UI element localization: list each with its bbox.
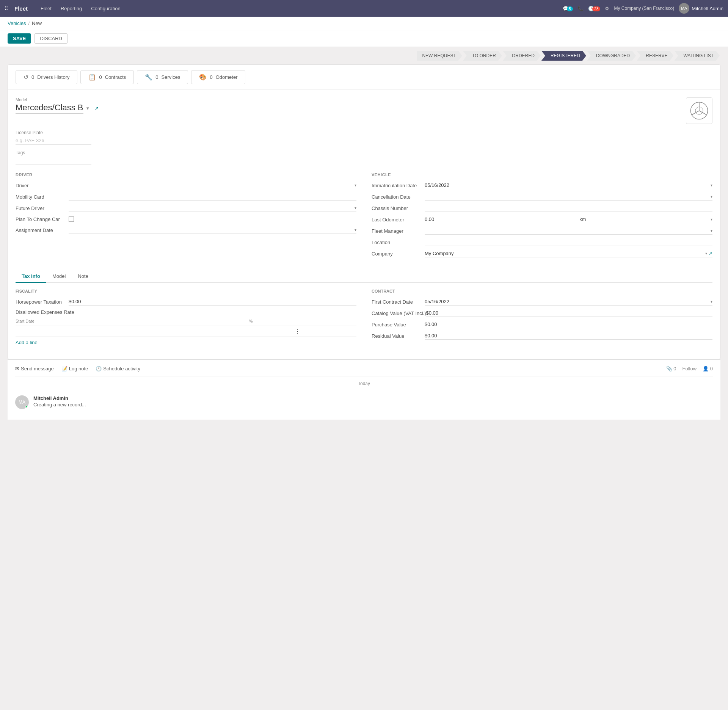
apps-menu-icon[interactable]: ⠿ [5, 6, 8, 11]
mobility-card-input[interactable] [69, 194, 356, 199]
odometer-unit-dropdown-icon[interactable]: ▾ [711, 217, 712, 221]
horsepower-label: Horsepower Taxation [16, 299, 69, 305]
tab-model[interactable]: Model [46, 270, 72, 283]
clock-icon[interactable]: 🕐 28 [588, 6, 601, 11]
step-registered[interactable]: REGISTERED [541, 51, 586, 61]
contracts-icon: 📋 [88, 74, 96, 81]
form-body: Model Mercedes/Class B ▾ ↗ [8, 90, 720, 359]
schedule-activity-button[interactable]: 🕐 Schedule activity [96, 366, 140, 371]
messages-icon[interactable]: 💬 5 [563, 6, 573, 11]
company-external-link-icon[interactable]: ↗ [709, 251, 712, 256]
chatter-actions: ✉ Send message 📝 Log note 🕐 Schedule act… [15, 366, 713, 376]
step-ordered[interactable]: ORDERED [503, 51, 541, 61]
residual-amount: $0.00 [425, 333, 437, 339]
last-odometer-label: Last Odometer [372, 217, 425, 223]
cancellation-input[interactable] [425, 194, 711, 199]
save-button[interactable]: SAVE [8, 33, 31, 44]
start-date-cell [16, 326, 249, 337]
last-odometer-field: Last Odometer km ▾ [372, 216, 712, 223]
drivers-history-icon: ↺ [24, 74, 28, 81]
tax-info-content: Fiscality Horsepower Taxation $0.00 Disa… [16, 283, 712, 351]
chassis-field: Chassis Number [372, 204, 712, 212]
assignment-date-input[interactable] [69, 227, 355, 233]
services-button[interactable]: 🔧 0 Services [137, 70, 188, 84]
contracts-count: 0 [99, 74, 102, 80]
residual-label: Residual Value [372, 333, 425, 339]
contract-section: Contract First Contract Date 05/16/2022 … [372, 289, 712, 345]
user-menu[interactable]: MA Mitchell Admin [679, 3, 723, 14]
step-waiting-list[interactable]: WAITING LIST [674, 51, 720, 61]
driver-input[interactable] [69, 182, 355, 188]
location-input[interactable] [425, 239, 712, 245]
follow-button[interactable]: Follow [682, 366, 697, 371]
company-field: Company My Company ▾ ↗ [372, 250, 712, 257]
catalog-amount: $0.00 [426, 310, 439, 316]
step-to-order[interactable]: TO ORDER [463, 51, 502, 61]
license-plate-input[interactable] [16, 136, 91, 145]
breadcrumb-vehicles[interactable]: Vehicles [8, 20, 26, 26]
schedule-activity-icon: 🕐 [96, 366, 102, 371]
col-percent: % [249, 319, 295, 326]
immatriculation-dropdown-icon: ▾ [711, 183, 712, 187]
nav-configuration[interactable]: Configuration [87, 4, 124, 13]
license-plate-label: License Plate [16, 130, 712, 135]
log-note-button[interactable]: 📝 Log note [61, 366, 88, 371]
car-logo [686, 97, 712, 124]
followers-count: 0 [710, 366, 713, 371]
tags-input[interactable] [16, 157, 91, 165]
future-driver-input[interactable] [69, 205, 355, 211]
status-steps: NEW REQUEST TO ORDER ORDERED REGISTERED … [417, 51, 720, 61]
purchase-label: Purchase Value [372, 322, 425, 328]
discard-button[interactable]: DISCARD [34, 33, 68, 44]
odometer-label: Odometer [216, 74, 238, 80]
add-line-button[interactable]: Add a line [16, 340, 38, 345]
last-odometer-input[interactable] [425, 216, 455, 222]
drivers-history-label: Drivers History [37, 74, 69, 80]
today-divider: Today [15, 376, 713, 391]
odometer-button[interactable]: 🎨 0 Odometer [191, 70, 245, 84]
log-note-icon: 📝 [61, 366, 67, 371]
step-downgraded[interactable]: DOWNGRADED [587, 51, 636, 61]
model-row: Model Mercedes/Class B ▾ ↗ [16, 97, 712, 124]
immatriculation-label: Immatriculation Date [372, 183, 425, 188]
message-text: Creating a new record... [33, 402, 713, 408]
first-contract-label: First Contract Date [372, 299, 425, 305]
col-actions [295, 319, 356, 326]
model-external-link-icon[interactable]: ↗ [94, 105, 99, 111]
fleet-manager-input[interactable] [425, 228, 711, 234]
catalog-value: $0.00 [426, 309, 712, 317]
tab-tax-info[interactable]: Tax Info [16, 270, 46, 283]
mobility-card-value [69, 193, 356, 201]
tags-field: Tags [16, 150, 712, 165]
messages-badge: 5 [567, 6, 573, 11]
drivers-history-count: 0 [31, 74, 34, 80]
followers-area: 👤 0 [703, 366, 713, 371]
step-reserve[interactable]: RESERVE [637, 51, 673, 61]
first-contract-date: 05/16/2022 [425, 299, 449, 304]
nav-fleet[interactable]: Fleet [37, 4, 55, 13]
horsepower-field: Horsepower Taxation $0.00 [16, 298, 356, 306]
company-name: My Company (San Francisco) [614, 6, 674, 11]
contracts-button[interactable]: 📋 0 Contracts [80, 70, 134, 84]
future-driver-label: Future Driver [16, 205, 69, 211]
location-field: Location [372, 238, 712, 246]
chassis-input[interactable] [425, 205, 712, 211]
drivers-history-button[interactable]: ↺ 0 Drivers History [16, 70, 77, 84]
cancellation-field: Cancellation Date ▾ [372, 193, 712, 201]
tab-note[interactable]: Note [72, 270, 94, 283]
top-nav-menu: Fleet Reporting Configuration [37, 4, 124, 13]
breadcrumb: Vehicles / New [0, 17, 728, 30]
phone-icon[interactable]: 📞 [577, 6, 584, 11]
plan-to-change-checkbox[interactable] [69, 216, 74, 222]
nav-reporting[interactable]: Reporting [57, 4, 86, 13]
step-new-request[interactable]: NEW REQUEST [417, 51, 462, 61]
odometer-count: 0 [210, 74, 212, 80]
model-value: Mercedes/Class B [16, 103, 83, 114]
model-dropdown-arrow[interactable]: ▾ [86, 105, 89, 111]
send-message-button[interactable]: ✉ Send message [15, 366, 54, 371]
contract-title: Contract [372, 289, 712, 293]
driver-section: Driver Driver ▾ Mobility Card [16, 172, 356, 261]
attachment-area: 📎 0 [666, 366, 676, 371]
settings-icon[interactable]: ⚙ [605, 6, 609, 11]
company-name-value: My Company [425, 251, 454, 256]
